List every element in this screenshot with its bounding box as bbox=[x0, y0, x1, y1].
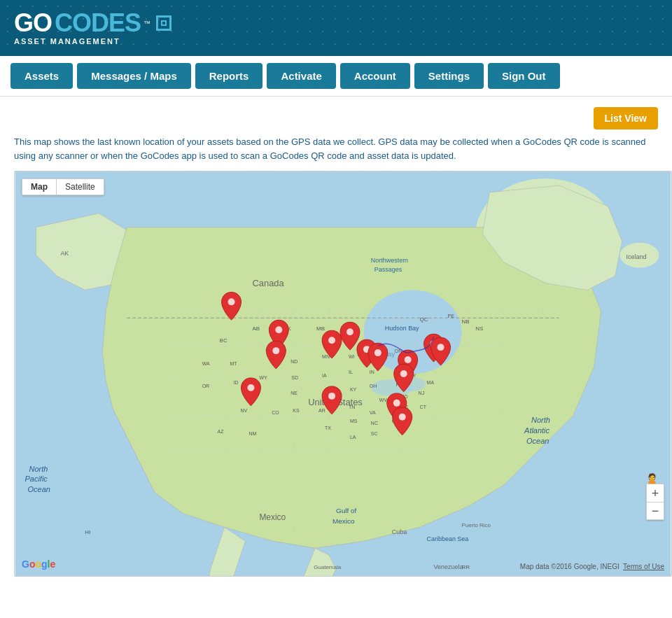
svg-text:SC: SC bbox=[371, 431, 378, 436]
nav-account[interactable]: Account bbox=[340, 63, 410, 89]
svg-point-107 bbox=[346, 328, 354, 335]
google-logo: Google bbox=[22, 558, 55, 570]
svg-text:Ocean: Ocean bbox=[526, 437, 549, 445]
svg-text:NE: NE bbox=[290, 391, 298, 395]
svg-text:PE: PE bbox=[447, 314, 454, 318]
svg-text:KY: KY bbox=[350, 387, 357, 392]
map-description: This map shows the last known location o… bbox=[14, 135, 658, 162]
nav-messages-maps[interactable]: Messages / Maps bbox=[77, 63, 191, 89]
svg-text:Passages: Passages bbox=[374, 266, 402, 273]
nav-assets[interactable]: Assets bbox=[10, 63, 73, 89]
svg-text:Canada: Canada bbox=[252, 278, 284, 288]
svg-point-106 bbox=[328, 337, 335, 344]
map-container[interactable]: Map Satellite Greenland Iceland AK bbox=[14, 171, 672, 577]
svg-text:AR: AR bbox=[318, 408, 326, 413]
nav-signout[interactable]: Sign Out bbox=[488, 63, 560, 89]
svg-text:NV: NV bbox=[241, 408, 248, 413]
nav-reports[interactable]: Reports bbox=[195, 63, 263, 89]
google-o2: o bbox=[35, 559, 41, 570]
svg-text:OR: OR bbox=[202, 384, 209, 388]
logo-subtitle: ASSET MANAGEMENT bbox=[14, 37, 172, 45]
map-svg: Greenland Iceland AK Hudson Bay bbox=[15, 171, 671, 576]
svg-text:Hudson Bay: Hudson Bay bbox=[385, 325, 419, 332]
svg-text:MB: MB bbox=[316, 325, 325, 332]
svg-text:Ocean: Ocean bbox=[28, 485, 50, 493]
map-attribution: Map data ©2016 Google, INEGI Terms of Us… bbox=[520, 563, 664, 570]
logo-icon bbox=[156, 15, 172, 31]
svg-text:WA: WA bbox=[202, 361, 210, 366]
svg-point-102 bbox=[228, 298, 235, 305]
map-controls: + − bbox=[646, 484, 664, 520]
top-bar: List View bbox=[14, 107, 658, 135]
svg-text:CT: CT bbox=[420, 405, 427, 409]
svg-text:Mexico: Mexico bbox=[332, 517, 355, 525]
terms-link[interactable]: Terms of Use bbox=[623, 563, 664, 570]
svg-text:MS: MS bbox=[350, 419, 358, 423]
svg-point-116 bbox=[399, 414, 406, 421]
svg-text:NB: NB bbox=[461, 318, 469, 325]
svg-text:AZ: AZ bbox=[218, 429, 225, 434]
svg-text:North: North bbox=[531, 416, 550, 424]
svg-text:TX: TX bbox=[325, 426, 331, 430]
map-data-text: Map data ©2016 Google, INEGI bbox=[520, 563, 620, 570]
svg-text:Mexico: Mexico bbox=[259, 512, 286, 522]
svg-text:IL: IL bbox=[349, 370, 353, 374]
svg-text:Pacific: Pacific bbox=[25, 475, 48, 483]
svg-text:TN: TN bbox=[349, 405, 355, 409]
svg-point-109 bbox=[374, 349, 382, 356]
map-tab-satellite[interactable]: Satellite bbox=[56, 179, 104, 195]
svg-text:NS: NS bbox=[475, 325, 483, 332]
svg-text:NJ: NJ bbox=[419, 391, 425, 395]
logo-go: GO bbox=[14, 10, 52, 36]
svg-point-113 bbox=[400, 370, 407, 377]
svg-text:RR: RR bbox=[461, 564, 470, 570]
zoom-in-button[interactable]: + bbox=[646, 484, 664, 502]
svg-text:MA: MA bbox=[427, 380, 435, 385]
svg-text:NM: NM bbox=[248, 431, 256, 436]
google-e: e bbox=[50, 559, 55, 570]
logo-icon-inner bbox=[161, 20, 167, 26]
svg-point-104 bbox=[272, 347, 279, 354]
nav: Assets Messages / Maps Reports Activate … bbox=[0, 56, 672, 97]
svg-text:WI: WI bbox=[349, 354, 355, 359]
main-content: List View This map shows the last known … bbox=[0, 97, 672, 587]
svg-text:BC: BC bbox=[220, 337, 227, 344]
nav-activate[interactable]: Activate bbox=[267, 63, 335, 89]
svg-text:North: North bbox=[29, 465, 48, 473]
svg-text:QC: QC bbox=[420, 316, 428, 323]
svg-text:WV: WV bbox=[379, 398, 388, 402]
svg-text:ND: ND bbox=[290, 359, 298, 364]
svg-text:Guatemala: Guatemala bbox=[314, 564, 342, 570]
svg-point-105 bbox=[247, 384, 254, 391]
logo: GO CODES ™ ASSET MANAGEMENT bbox=[14, 10, 172, 45]
svg-text:Cuba: Cuba bbox=[392, 528, 407, 535]
svg-text:WY: WY bbox=[259, 375, 267, 380]
svg-text:ID: ID bbox=[234, 380, 239, 385]
svg-text:IN: IN bbox=[370, 370, 374, 374]
logo-tm: ™ bbox=[144, 20, 150, 27]
svg-text:KS: KS bbox=[293, 408, 300, 413]
svg-text:Atlantic: Atlantic bbox=[524, 426, 550, 435]
svg-text:CO: CO bbox=[272, 410, 279, 415]
svg-text:Gulf of: Gulf of bbox=[336, 507, 357, 514]
svg-text:LA: LA bbox=[350, 435, 356, 440]
svg-point-114 bbox=[328, 393, 335, 400]
list-view-button[interactable]: List View bbox=[594, 107, 658, 129]
svg-text:Caribbean Sea: Caribbean Sea bbox=[427, 535, 469, 542]
svg-text:MT: MT bbox=[230, 361, 238, 366]
svg-text:AK: AK bbox=[60, 250, 69, 257]
google-g: G bbox=[22, 559, 29, 570]
svg-text:Northwestern: Northwestern bbox=[371, 257, 408, 264]
svg-point-110 bbox=[405, 356, 412, 363]
google-g2: g bbox=[41, 559, 48, 570]
svg-text:VA: VA bbox=[370, 410, 376, 415]
zoom-out-button[interactable]: − bbox=[646, 502, 664, 520]
logo-top: GO CODES ™ bbox=[14, 10, 172, 36]
svg-text:Iceland: Iceland bbox=[626, 253, 647, 260]
svg-text:Venezuela: Venezuela bbox=[434, 563, 463, 570]
map-tab-map[interactable]: Map bbox=[22, 179, 56, 195]
svg-text:SD: SD bbox=[291, 375, 298, 380]
svg-text:HI: HI bbox=[85, 529, 90, 535]
nav-settings[interactable]: Settings bbox=[414, 63, 484, 89]
svg-text:NC: NC bbox=[371, 421, 378, 426]
